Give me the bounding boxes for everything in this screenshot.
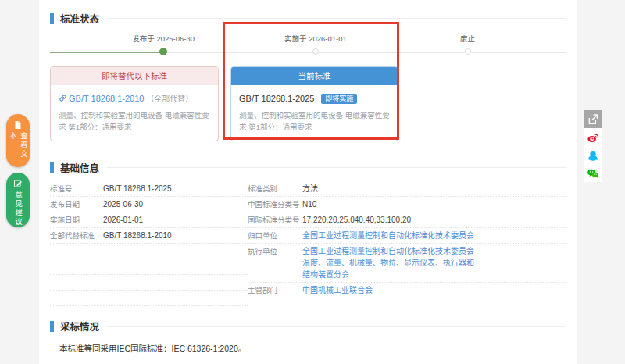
current-standard-code: GB/T 18268.1-2025 bbox=[239, 94, 314, 103]
feedback-label: 意见建议 bbox=[12, 191, 23, 227]
view-text-label: 查看文本 bbox=[7, 132, 29, 167]
info-label: 标准类别 bbox=[248, 183, 302, 194]
info-row: 国际标准分类号17.220.20,25.040.40,33.100.20 bbox=[248, 212, 566, 228]
info-label: 执行单位 bbox=[248, 245, 302, 257]
section-header-status: 标准状态 bbox=[50, 11, 566, 26]
info-value: 2026-01-01 bbox=[103, 214, 143, 226]
info-label: 归口单位 bbox=[248, 230, 302, 241]
basic-info-tables: 标准号GB/T 18268.1-2025 发布日期2025-06-30 实施日期… bbox=[50, 181, 566, 306]
milestone-implemented: 实施于 2026-01-01 bbox=[261, 34, 370, 53]
info-value: GB/T 18268.1-2010 bbox=[103, 230, 172, 241]
info-row: 主管部门中国机械工业联合会 bbox=[248, 283, 566, 298]
info-label: 中国标准分类号 bbox=[248, 198, 302, 210]
document-icon bbox=[13, 120, 23, 130]
wechat-icon[interactable] bbox=[584, 164, 602, 182]
replaced-standard-desc: 测量、控制和实验室用的电设备 电磁兼容性要求 第1部分：通用要求 bbox=[59, 109, 210, 133]
milestone-abolished: 废止 bbox=[413, 34, 523, 53]
info-row: 实施日期2026-01-01 bbox=[50, 212, 248, 228]
info-row: 归口单位全国工业过程测量控制和自动化标准化技术委员会 bbox=[248, 228, 566, 244]
adoption-line-1: 本标准等同采用IEC国际标准：IEC 61326-1:2020。 bbox=[59, 342, 566, 354]
status-timeline: 发布于 2025-06-30 实施于 2026-01-01 废止 bbox=[50, 34, 566, 60]
milestone-dot-pending bbox=[312, 48, 319, 55]
info-row: 标准类别方法 bbox=[248, 181, 566, 197]
info-label: 实施日期 bbox=[50, 214, 103, 226]
replaced-card-header: 即将替代以下标准 bbox=[51, 67, 218, 85]
share-icon[interactable] bbox=[584, 110, 602, 128]
info-row-empty bbox=[50, 259, 248, 275]
main-panel: 标准状态 发布于 2025-06-30 实施于 2026-01-01 废止 即将… bbox=[39, 0, 577, 364]
section-header-basic: 基础信息 bbox=[50, 160, 566, 175]
info-row-empty bbox=[50, 275, 248, 291]
replace-note: （全部代替） bbox=[146, 95, 193, 103]
info-row: 全部代替标准GB/T 18268.1-2010 bbox=[50, 228, 248, 244]
info-row: 标准号GB/T 18268.1-2025 bbox=[50, 181, 248, 197]
replaced-card-body: GB/T 18268.1-2010 （全部代替） 测量、控制和实验室用的电设备 … bbox=[51, 85, 218, 141]
replaced-standard-card: 即将替代以下标准 GB/T 18268.1-2010 （全部代替） 测量、控制和… bbox=[50, 66, 219, 141]
section-title-status: 标准状态 bbox=[60, 11, 99, 26]
info-value: 17.220.20,25.040.40,33.100.20 bbox=[302, 214, 411, 226]
section-marker bbox=[50, 13, 54, 24]
current-standard-card: 当前标准 GB/T 18268.1-2025 即将实施 测量、控制和实验室用的电… bbox=[230, 66, 398, 141]
info-label: 发布日期 bbox=[50, 198, 103, 210]
info-value: 2025-06-30 bbox=[103, 198, 143, 210]
section-header-adoption: 采标情况 bbox=[50, 319, 566, 334]
feedback-button[interactable]: 意见建议 bbox=[6, 173, 30, 227]
status-badge: 即将实施 bbox=[321, 94, 357, 104]
section-title-adoption: 采标情况 bbox=[60, 319, 99, 334]
executor-link[interactable]: 全国工业过程测量控制和自动化标准化技术委员会温度、流量、机械量、物位、显示仪表、… bbox=[302, 245, 478, 280]
info-row: 执行单位全国工业过程测量控制和自动化标准化技术委员会温度、流量、机械量、物位、显… bbox=[248, 244, 566, 283]
qq-icon[interactable] bbox=[584, 146, 602, 164]
info-label: 国际标准分类号 bbox=[248, 214, 302, 226]
info-row: 发布日期2025-06-30 bbox=[50, 197, 248, 212]
current-card-body: GB/T 18268.1-2025 即将实施 测量、控制和实验室用的电设备 电磁… bbox=[231, 85, 398, 141]
divider bbox=[107, 18, 566, 19]
edit-icon bbox=[13, 179, 23, 188]
committee-link[interactable]: 全国工业过程测量控制和自动化标准化技术委员会 bbox=[302, 230, 474, 241]
replaced-standard-link[interactable]: GB/T 18268.1-2010 bbox=[69, 94, 144, 103]
section-marker bbox=[50, 321, 54, 332]
basic-info-left-table: 标准号GB/T 18268.1-2025 发布日期2025-06-30 实施日期… bbox=[50, 181, 248, 306]
milestone-dot-done bbox=[159, 48, 167, 55]
milestone-label: 实施于 2026-01-01 bbox=[261, 34, 370, 45]
share-toolbar bbox=[584, 110, 602, 182]
authority-link[interactable]: 中国机械工业联合会 bbox=[302, 284, 373, 296]
basic-info-right-table: 标准类别方法 中国标准分类号N10 国际标准分类号17.220.20,25.04… bbox=[248, 181, 566, 306]
milestone-published: 发布于 2025-06-30 bbox=[109, 34, 218, 55]
info-row: 中国标准分类号N10 bbox=[248, 197, 566, 212]
divider bbox=[107, 326, 566, 327]
info-row-empty bbox=[50, 291, 248, 306]
current-card-header: 当前标准 bbox=[231, 67, 398, 85]
standard-cards: 即将替代以下标准 GB/T 18268.1-2010 （全部代替） 测量、控制和… bbox=[50, 66, 566, 141]
weibo-icon[interactable] bbox=[584, 128, 602, 146]
current-standard-desc: 测量、控制和实验室用的电设备 电磁兼容性要求 第1部分：通用要求 bbox=[239, 109, 390, 133]
info-label: 标准号 bbox=[50, 183, 103, 194]
milestone-label: 发布于 2025-06-30 bbox=[109, 34, 218, 45]
divider bbox=[107, 167, 566, 168]
info-value: GB/T 18268.1-2025 bbox=[103, 183, 172, 194]
info-label: 全部代替标准 bbox=[50, 230, 103, 241]
view-text-button[interactable]: 查看文本 bbox=[6, 114, 30, 167]
info-value: N10 bbox=[302, 198, 316, 210]
link-icon bbox=[59, 94, 67, 102]
section-marker bbox=[50, 162, 54, 173]
milestone-dot-pending bbox=[465, 48, 471, 55]
info-value: 方法 bbox=[302, 183, 318, 194]
section-title-basic: 基础信息 bbox=[60, 160, 99, 175]
info-label: 主管部门 bbox=[248, 284, 302, 296]
milestone-label: 废止 bbox=[413, 34, 523, 45]
info-row-empty bbox=[50, 244, 248, 259]
